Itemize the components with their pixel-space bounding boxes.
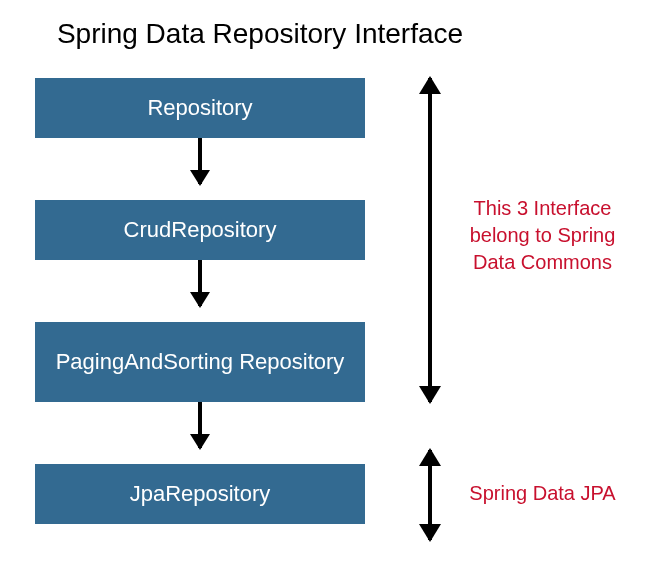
diagram-title: Spring Data Repository Interface — [0, 18, 520, 50]
arrow-down-icon — [198, 260, 202, 306]
arrow-down-icon — [198, 402, 202, 448]
arrow-down-icon — [198, 138, 202, 184]
range-arrow-commons-icon — [428, 78, 432, 402]
node-repository: Repository — [35, 78, 365, 138]
range-arrow-jpa-icon — [428, 450, 432, 540]
node-jpa-repository: JpaRepository — [35, 464, 365, 524]
node-crud-repository: CrudRepository — [35, 200, 365, 260]
label-spring-data-jpa: Spring Data JPA — [455, 480, 630, 507]
node-paging-and-sorting-repository: PagingAndSorting Repository — [35, 322, 365, 402]
label-spring-data-commons: This 3 Interface belong to Spring Data C… — [455, 195, 630, 276]
